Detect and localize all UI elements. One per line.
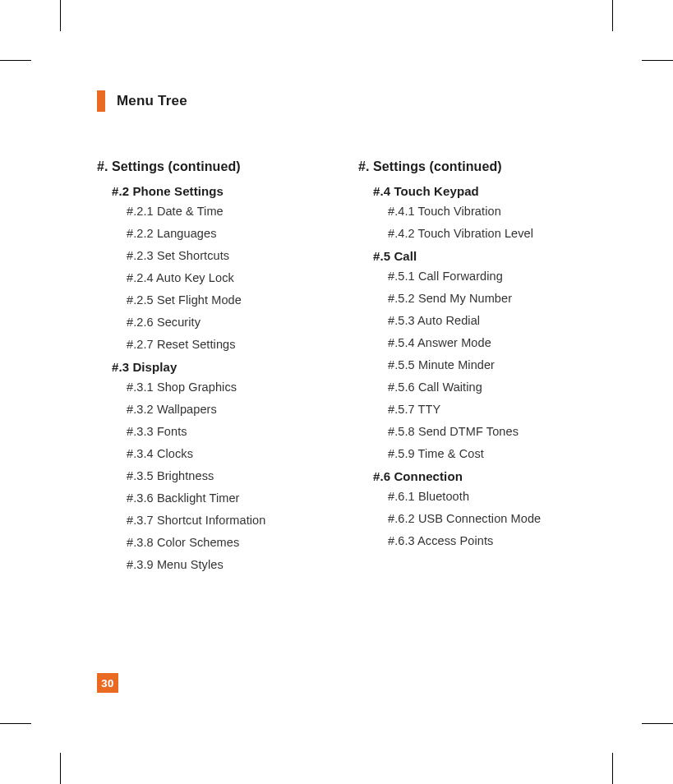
- menu-item: #.5.6 Call Waiting: [358, 380, 590, 394]
- crop-mark: [642, 723, 673, 724]
- page-content: Menu Tree #. Settings (continued) #.2 Ph…: [97, 90, 590, 580]
- crop-mark: [0, 723, 31, 724]
- menu-item: #.6.1 Bluetooth: [358, 490, 590, 503]
- menu-item: #.3.5 Brightness: [97, 469, 329, 482]
- menu-group: #.6 Connection #.6.1 Bluetooth #.6.2 USB…: [358, 469, 590, 547]
- menu-item: #.6.2 USB Connection Mode: [358, 512, 590, 525]
- menu-group: #.2 Phone Settings #.2.1 Date & Time #.2…: [97, 184, 329, 351]
- crop-mark: [612, 753, 613, 784]
- crop-mark: [642, 60, 673, 61]
- menu-item: #.2.2 Languages: [97, 227, 329, 240]
- menu-item: #.3.1 Shop Graphics: [97, 380, 329, 394]
- crop-mark: [60, 753, 61, 784]
- menu-group: #.5 Call #.5.1 Call Forwarding #.5.2 Sen…: [358, 249, 590, 460]
- group-title: #.3 Display: [97, 360, 329, 374]
- menu-item: #.3.9 Menu Styles: [97, 558, 329, 571]
- menu-item: #.5.3 Auto Redial: [358, 314, 590, 327]
- menu-item: #.2.6 Security: [97, 316, 329, 329]
- columns: #. Settings (continued) #.2 Phone Settin…: [97, 159, 590, 580]
- menu-item: #.3.3 Fonts: [97, 425, 329, 438]
- menu-item: #.3.4 Clocks: [97, 447, 329, 460]
- menu-item: #.5.4 Answer Mode: [358, 336, 590, 349]
- section-header: Menu Tree: [97, 90, 590, 112]
- right-column: #. Settings (continued) #.4 Touch Keypad…: [358, 159, 590, 580]
- menu-item: #.3.8 Color Schemes: [97, 536, 329, 549]
- menu-item: #.3.2 Wallpapers: [97, 403, 329, 416]
- menu-group: #.4 Touch Keypad #.4.1 Touch Vibration #…: [358, 184, 590, 240]
- menu-item: #.5.1 Call Forwarding: [358, 270, 590, 283]
- crop-mark: [0, 60, 31, 61]
- menu-item: #.5.9 Time & Cost: [358, 447, 590, 460]
- group-title: #.6 Connection: [358, 469, 590, 483]
- column-heading: #. Settings (continued): [97, 159, 329, 174]
- menu-item: #.2.7 Reset Settings: [97, 338, 329, 351]
- menu-item: #.5.2 Send My Number: [358, 292, 590, 305]
- menu-item: #.2.3 Set Shortcuts: [97, 249, 329, 262]
- menu-item: #.5.5 Minute Minder: [358, 358, 590, 371]
- menu-item: #.6.3 Access Points: [358, 534, 590, 547]
- menu-item: #.4.2 Touch Vibration Level: [358, 227, 590, 240]
- group-title: #.4 Touch Keypad: [358, 184, 590, 198]
- left-column: #. Settings (continued) #.2 Phone Settin…: [97, 159, 329, 580]
- crop-mark: [60, 0, 61, 31]
- menu-item: #.5.7 TTY: [358, 403, 590, 416]
- section-title: Menu Tree: [117, 93, 187, 109]
- menu-group: #.3 Display #.3.1 Shop Graphics #.3.2 Wa…: [97, 360, 329, 571]
- group-title: #.5 Call: [358, 249, 590, 263]
- menu-item: #.2.1 Date & Time: [97, 205, 329, 218]
- menu-item: #.3.7 Shortcut Information: [97, 514, 329, 527]
- column-heading: #. Settings (continued): [358, 159, 590, 174]
- menu-item: #.2.4 Auto Key Lock: [97, 271, 329, 284]
- menu-item: #.2.5 Set Flight Mode: [97, 293, 329, 307]
- crop-mark: [612, 0, 613, 31]
- group-title: #.2 Phone Settings: [97, 184, 329, 198]
- menu-item: #.3.6 Backlight Timer: [97, 491, 329, 505]
- menu-item: #.5.8 Send DTMF Tones: [358, 425, 590, 438]
- page-number: 30: [97, 673, 118, 693]
- menu-item: #.4.1 Touch Vibration: [358, 205, 590, 218]
- accent-bar-icon: [97, 90, 105, 112]
